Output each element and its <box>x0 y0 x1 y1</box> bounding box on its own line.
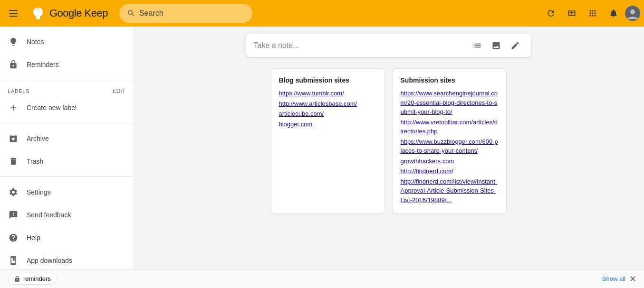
reminders-chip[interactable]: reminders <box>8 273 57 285</box>
labels-section-header: Labels EDIT <box>0 84 133 96</box>
close-bottom-button[interactable]: ✕ <box>629 274 636 284</box>
header-left: Google Keep Search <box>4 4 252 23</box>
note-link-2-1[interactable]: http://www.vretoolbar.com/articles/direc… <box>401 118 499 136</box>
note-content-2: https://www.searchenginejournal.com/20-e… <box>401 89 499 204</box>
help-icon <box>8 232 19 243</box>
sidebar-item-create-label[interactable]: Create new label <box>0 96 125 119</box>
new-image-button[interactable] <box>488 37 505 54</box>
sidebar-item-notes[interactable]: Notes <box>0 30 125 53</box>
reminder-chip-label: reminders <box>23 275 51 282</box>
notes-label: Notes <box>27 38 44 46</box>
note-card-2[interactable]: Submission sites https://www.searchengin… <box>393 68 507 214</box>
add-label-icon <box>8 102 19 113</box>
download-icon <box>8 255 19 266</box>
layout: Notes Reminders Labels EDIT Create new l… <box>0 27 644 288</box>
reminders-label: Reminders <box>27 61 59 68</box>
notifications-button[interactable] <box>604 4 623 23</box>
main-content: Take a note... <box>133 27 644 288</box>
edit-labels-button[interactable]: EDIT <box>113 88 125 94</box>
sidebar-item-reminders[interactable]: Reminders <box>0 53 125 76</box>
svg-rect-4 <box>36 9 40 9</box>
sidebar-item-help[interactable]: Help <box>0 226 125 249</box>
note-title-1: Blog submission sites <box>279 76 377 84</box>
logo-text: Google Keep <box>49 7 108 19</box>
header-right <box>541 4 640 23</box>
note-input-bar[interactable]: Take a note... <box>246 34 531 57</box>
search-bar[interactable]: Search <box>119 4 252 23</box>
note-link-2-0[interactable]: https://www.searchenginejournal.com/20-e… <box>401 89 499 117</box>
hamburger-icon[interactable] <box>4 4 23 23</box>
note-link-2-5[interactable]: http://findnerd.com/list/view/Instant-Ap… <box>401 177 499 205</box>
note-input-placeholder: Take a note... <box>254 41 469 50</box>
svg-rect-2 <box>9 16 18 17</box>
app-downloads-label: App downloads <box>27 257 72 264</box>
note-link-2-2[interactable]: https://www.buzzblogger.com/600-places-t… <box>401 137 499 156</box>
note-content-1: https://www.tumblr.com/ http://www.artic… <box>279 89 377 129</box>
search-placeholder: Search <box>139 9 163 18</box>
header: Google Keep Search <box>0 0 644 27</box>
note-link-1-1[interactable]: http://www.articlesbase.com/ <box>279 99 377 109</box>
reminders-icon <box>8 59 19 70</box>
layout-toggle-button[interactable] <box>562 4 581 23</box>
labels-heading: Labels <box>8 88 29 94</box>
reminder-chip-icon <box>14 276 20 282</box>
bottom-bar: reminders Show all ✕ <box>0 269 644 288</box>
svg-rect-0 <box>9 10 18 11</box>
note-link-1-0[interactable]: https://www.tumblr.com/ <box>279 89 377 98</box>
create-new-label-text: Create new label <box>27 104 77 111</box>
note-link-1-3[interactable]: blogger.com <box>279 120 377 129</box>
archive-icon <box>8 133 19 144</box>
settings-label: Settings <box>27 188 51 196</box>
sidebar-item-settings[interactable]: Settings <box>0 181 125 204</box>
logo: Google Keep <box>29 4 108 23</box>
sidebar-item-app-downloads[interactable]: App downloads <box>0 249 125 272</box>
feedback-icon <box>8 209 19 221</box>
lightbulb-icon <box>8 36 19 47</box>
note-title-2: Submission sites <box>401 76 499 84</box>
archive-label: Archive <box>27 135 49 142</box>
apps-button[interactable] <box>583 4 602 23</box>
trash-icon <box>8 156 19 167</box>
avatar[interactable] <box>625 6 640 21</box>
trash-label: Trash <box>27 158 43 165</box>
sidebar-divider-1 <box>0 80 133 80</box>
sidebar-divider-3 <box>0 177 133 177</box>
note-link-2-3[interactable]: growthhackers.com <box>401 157 499 166</box>
help-label: Help <box>27 234 40 242</box>
refresh-button[interactable] <box>541 4 560 23</box>
new-drawing-button[interactable] <box>507 37 524 54</box>
sidebar-divider-2 <box>0 123 133 123</box>
note-toolbar <box>469 37 524 54</box>
sidebar-item-trash[interactable]: Trash <box>0 150 125 173</box>
notes-grid: Blog submission sites https://www.tumblr… <box>144 68 633 214</box>
search-icon <box>127 9 135 18</box>
show-all-button[interactable]: Show all <box>602 275 625 282</box>
new-list-button[interactable] <box>469 37 486 54</box>
note-card-1[interactable]: Blog submission sites https://www.tumblr… <box>271 68 385 214</box>
feedback-label: Send feedback <box>27 211 71 219</box>
sidebar-item-archive[interactable]: Archive <box>0 127 125 150</box>
svg-rect-1 <box>9 13 18 14</box>
svg-point-6 <box>630 9 635 14</box>
settings-icon <box>8 186 19 198</box>
note-link-1-2[interactable]: articlecube.com/ <box>279 109 377 119</box>
sidebar-item-feedback[interactable]: Send feedback <box>0 204 125 226</box>
sidebar: Notes Reminders Labels EDIT Create new l… <box>0 27 133 288</box>
note-link-2-4[interactable]: http://findnerd.com/ <box>401 167 499 176</box>
